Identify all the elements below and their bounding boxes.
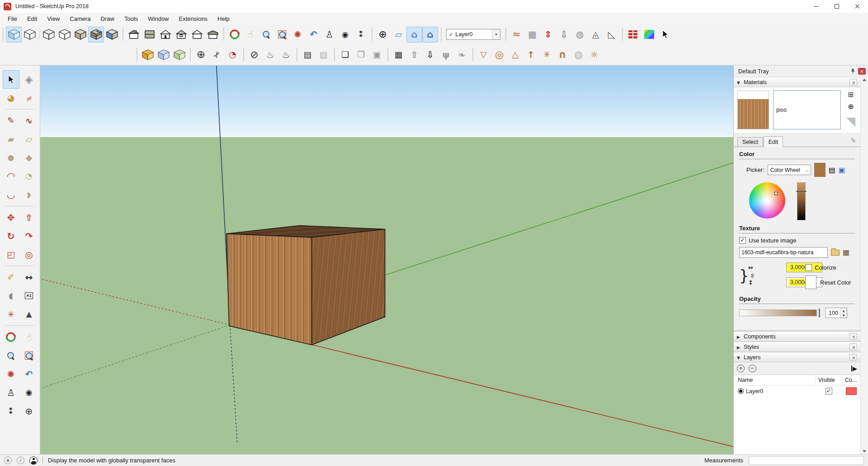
toolbar-grip[interactable] <box>371 28 373 41</box>
geolocation-icon[interactable] <box>4 456 12 464</box>
green-cube-button[interactable] <box>171 47 187 62</box>
rotate-tool-button[interactable]: ↻ <box>3 227 19 245</box>
create-material-icon[interactable]: ⊕ <box>848 103 854 110</box>
paint-bucket-tool-button[interactable]: ◕ <box>3 89 19 107</box>
display-section-cuts-button[interactable]: ⌂ <box>406 27 422 43</box>
opacity-down-icon[interactable] <box>840 313 847 318</box>
add-detail-button[interactable]: ◬ <box>588 27 604 43</box>
dark-panel-button[interactable]: ▤ <box>300 47 316 62</box>
color-gradient-button[interactable] <box>641 27 657 43</box>
orbit-button[interactable] <box>226 27 242 43</box>
grass-button[interactable]: ψ <box>438 47 454 62</box>
layer-color-swatch[interactable] <box>846 387 857 395</box>
use-texture-checkbox[interactable] <box>739 237 746 244</box>
close-button[interactable] <box>847 0 868 13</box>
opacity-up-icon[interactable] <box>840 308 847 313</box>
tab-select[interactable]: Select <box>737 137 763 147</box>
cursor-tool-button[interactable] <box>657 27 673 43</box>
offset-tool-button[interactable]: ◎ <box>21 245 38 264</box>
pan-button[interactable]: ☝ <box>242 27 258 43</box>
toolbar-grip[interactable] <box>122 28 124 41</box>
select-tool-button[interactable] <box>3 70 19 89</box>
styles-section-header[interactable]: Styles <box>734 342 860 352</box>
two-point-arc-tool-button[interactable]: ◡ <box>3 185 19 204</box>
back-view-button[interactable] <box>189 27 205 43</box>
material-thumbnail[interactable]: ◿ <box>737 90 769 129</box>
zoom-window-button[interactable] <box>274 27 290 43</box>
eyedropper-icon[interactable]: ✐ <box>850 137 857 143</box>
donut-button[interactable]: ◎ <box>491 47 507 62</box>
components-close-button[interactable] <box>849 333 857 340</box>
opacity-spinner[interactable]: 100 <box>826 308 847 318</box>
funnel-button[interactable]: ▽ <box>476 47 491 62</box>
toolbar-grip[interactable] <box>242 48 245 62</box>
move-tool-button[interactable]: ✥ <box>3 208 19 227</box>
sample-paint-icon[interactable]: ◥ <box>846 115 855 127</box>
toolbar-grip[interactable] <box>440 28 442 41</box>
look-around-tool-button[interactable]: ◉ <box>21 383 38 402</box>
link-chain-icon[interactable] <box>750 272 755 280</box>
maximize-button[interactable] <box>826 0 847 13</box>
menu-extensions[interactable]: Extensions <box>174 15 213 22</box>
workbench-button[interactable]: ▦ <box>391 47 406 62</box>
three-point-arc-tool-button[interactable]: ◗ <box>21 185 38 204</box>
arc-tool-button[interactable]: ◠ <box>3 167 19 185</box>
layer-combo[interactable]: Layer0 <box>446 29 500 40</box>
zoom-tool-button[interactable] <box>3 346 19 365</box>
look-around-button[interactable]: ◉ <box>337 27 353 43</box>
scroll-down-icon[interactable] <box>863 450 866 452</box>
teapot-button[interactable]: ♨ <box>262 47 278 62</box>
orange-cube-button[interactable] <box>140 47 156 62</box>
zoom-window-tool-button[interactable] <box>21 346 38 365</box>
match-screen-color-icon[interactable]: ▣ <box>839 166 845 174</box>
rotated-rectangle-tool-button[interactable]: ▱ <box>21 130 38 148</box>
column-color[interactable]: Co... <box>842 375 860 385</box>
follow-me-tool-button[interactable]: ↷ <box>21 227 38 245</box>
layers-section-header[interactable]: Layers <box>734 352 860 362</box>
front-view-button[interactable] <box>157 27 173 43</box>
chevron-down-icon[interactable] <box>492 29 500 39</box>
match-object-color-icon[interactable]: ▤ <box>829 166 835 174</box>
pie-tool-button[interactable]: ◔ <box>21 167 38 185</box>
cone-flag-button[interactable]: △ <box>507 47 523 62</box>
rectangle-tool-button[interactable]: ▰ <box>3 130 19 148</box>
walk-tool-button[interactable]: ⁑ <box>3 402 19 420</box>
layers-details-icon[interactable] <box>851 366 857 371</box>
scroll-up-icon[interactable] <box>863 79 866 81</box>
zoom-extents-button[interactable]: ✺ <box>290 27 306 43</box>
toolbar-grip[interactable] <box>2 28 4 41</box>
opacity-slider[interactable] <box>739 309 817 316</box>
blue-cube-button[interactable] <box>156 47 171 62</box>
pin-icon[interactable] <box>850 68 855 74</box>
monochrome-button[interactable] <box>104 27 120 43</box>
toolbar-grip[interactable] <box>505 28 507 41</box>
eraser-tool-button[interactable]: ▰ <box>21 89 38 107</box>
shaded-with-textures-button[interactable] <box>88 27 104 43</box>
active-layer-radio[interactable] <box>738 388 744 394</box>
browse-texture-icon[interactable] <box>831 250 840 256</box>
zoom-button[interactable] <box>258 27 274 43</box>
pan-tool-button[interactable]: ☝ <box>21 328 38 346</box>
menu-file[interactable]: File <box>3 15 22 22</box>
color-wheel-marker[interactable] <box>774 192 778 195</box>
lock-button[interactable]: ▣ <box>369 47 385 62</box>
freehand-tool-button[interactable]: ∿ <box>21 111 38 130</box>
dome-button[interactable]: ∩ <box>555 47 571 62</box>
section-plane-tool-button[interactable]: ⊕ <box>21 402 38 420</box>
info-icon[interactable]: i <box>17 456 24 464</box>
zoom-previous-button[interactable]: ↶ <box>306 27 321 43</box>
window-overlay-button[interactable]: ❐ <box>353 47 369 62</box>
reset-color-swatch[interactable] <box>805 276 816 289</box>
minimize-button[interactable] <box>806 0 826 13</box>
model-cube[interactable] <box>226 226 385 345</box>
toolbar-grip[interactable] <box>222 28 225 41</box>
shaded-button[interactable] <box>72 27 88 43</box>
leaf-button[interactable]: ❧ <box>454 47 470 62</box>
toolbar-grip[interactable] <box>387 48 389 62</box>
wireframe-button[interactable] <box>41 27 57 43</box>
flip-edge-button[interactable]: ◺ <box>604 27 619 43</box>
column-visible[interactable]: Visible <box>815 375 842 385</box>
scale-tool-button[interactable]: ◰ <box>3 245 19 264</box>
left-view-button[interactable] <box>205 27 221 43</box>
value-slider[interactable] <box>797 182 806 220</box>
